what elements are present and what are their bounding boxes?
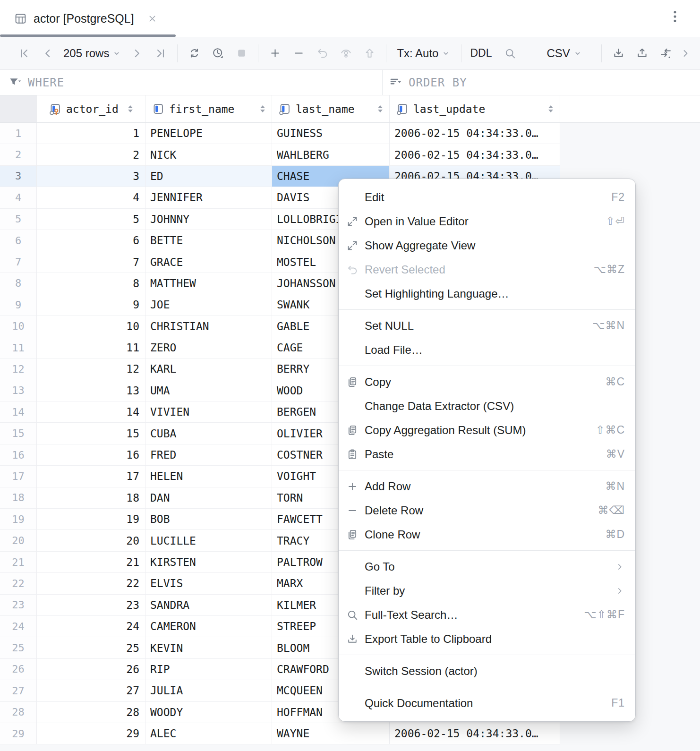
extractor-dropdown[interactable]: CSV <box>543 47 586 60</box>
sort-arrows-icon[interactable] <box>260 105 265 112</box>
cell-actor-id[interactable]: 5 <box>37 209 145 230</box>
cell-first-name[interactable]: FRED <box>145 444 272 466</box>
tab-actor-postgresql[interactable]: actor [PostgreSQL] <box>0 1 157 36</box>
order-by-filter-input[interactable]: ORDER BY <box>383 70 700 95</box>
cell-first-name[interactable]: JULIA <box>145 680 272 701</box>
ddl-button[interactable]: DDL <box>466 47 495 60</box>
cell-actor-id[interactable]: 10 <box>37 316 145 337</box>
cell-actor-id[interactable]: 29 <box>37 723 145 744</box>
compare-icon[interactable] <box>654 47 677 60</box>
where-filter-input[interactable]: WHERE <box>0 70 383 95</box>
cell-actor-id[interactable]: 7 <box>37 251 145 273</box>
cell-first-name[interactable]: CHRISTIAN <box>145 316 272 337</box>
cell-first-name[interactable]: HELEN <box>145 466 272 487</box>
cell-last-update[interactable]: 2006-02-15 04:34:33.0… <box>390 144 560 165</box>
menu-item-show-aggregate-view[interactable]: Show Aggregate View <box>339 233 635 257</box>
upload-icon[interactable] <box>630 47 654 60</box>
first-page-icon[interactable] <box>12 47 36 60</box>
cell-first-name[interactable]: RIP <box>145 659 272 680</box>
cell-first-name[interactable]: GRACE <box>145 251 272 273</box>
column-header-actor_id[interactable]: actor_id <box>37 95 145 122</box>
cell-first-name[interactable]: KEVIN <box>145 637 272 658</box>
cell-first-name[interactable]: WOODY <box>145 702 272 723</box>
cell-first-name[interactable]: PENELOPE <box>145 123 272 144</box>
cell-actor-id[interactable]: 25 <box>37 637 145 658</box>
download-icon[interactable] <box>606 47 630 60</box>
cell-first-name[interactable]: ALEC <box>145 723 272 744</box>
page-size-dropdown[interactable]: 205 rows <box>60 47 125 60</box>
cell-actor-id[interactable]: 28 <box>37 702 145 723</box>
previous-page-icon[interactable] <box>36 47 60 60</box>
cell-first-name[interactable]: MATTHEW <box>145 273 272 294</box>
column-header-last_update[interactable]: last_update <box>390 95 560 122</box>
cell-first-name[interactable]: CUBA <box>145 423 272 444</box>
menu-item-paste[interactable]: Paste⌘V <box>339 442 635 466</box>
refresh-icon[interactable] <box>182 47 206 60</box>
cell-first-name[interactable]: ELVIS <box>145 573 272 594</box>
cell-actor-id[interactable]: 20 <box>37 530 145 551</box>
cell-first-name[interactable]: LUCILLE <box>145 530 272 551</box>
last-page-icon[interactable] <box>149 47 172 60</box>
cell-first-name[interactable]: KIRSTEN <box>145 552 272 573</box>
cell-actor-id[interactable]: 3 <box>37 166 145 187</box>
menu-item-clone-row[interactable]: Clone Row⌘D <box>339 522 635 546</box>
cell-actor-id[interactable]: 15 <box>37 423 145 444</box>
cell-first-name[interactable]: BOB <box>145 509 272 530</box>
menu-item-add-row[interactable]: Add Row⌘N <box>339 474 635 498</box>
menu-item-open-in-value-editor[interactable]: Open in Value Editor⇧⏎ <box>339 209 635 233</box>
cell-actor-id[interactable]: 13 <box>37 380 145 401</box>
cell-first-name[interactable]: DAN <box>145 487 272 509</box>
cell-last-name[interactable]: WAYNE <box>272 723 390 744</box>
cell-actor-id[interactable]: 17 <box>37 466 145 487</box>
cell-actor-id[interactable]: 6 <box>37 230 145 251</box>
menu-item-delete-row[interactable]: Delete Row⌘⌫ <box>339 498 635 522</box>
search-icon[interactable] <box>498 47 522 60</box>
cell-actor-id[interactable]: 24 <box>37 616 145 637</box>
menu-item-full-text-search[interactable]: Full-Text Search…⌥⇧⌘F <box>339 603 635 627</box>
sort-arrows-icon[interactable] <box>548 105 553 112</box>
cell-actor-id[interactable]: 23 <box>37 595 145 616</box>
menu-item-set-highlighting-language[interactable]: Set Highlighting Language… <box>339 282 635 306</box>
cell-last-name[interactable]: WAHLBERG <box>272 144 390 165</box>
cell-first-name[interactable]: JENNIFER <box>145 187 272 208</box>
more-chevron-icon[interactable] <box>677 48 693 59</box>
cell-last-update[interactable]: 2006-02-15 04:34:33.0… <box>390 123 560 144</box>
cell-actor-id[interactable]: 12 <box>37 358 145 380</box>
cell-actor-id[interactable]: 14 <box>37 401 145 423</box>
cell-actor-id[interactable]: 22 <box>37 573 145 594</box>
tx-mode-dropdown[interactable]: Tx: Auto <box>393 47 454 60</box>
cell-actor-id[interactable]: 21 <box>37 552 145 573</box>
menu-item-edit[interactable]: EditF2 <box>339 185 635 209</box>
cell-first-name[interactable]: JOHNNY <box>145 209 272 230</box>
add-row-icon[interactable] <box>263 47 287 60</box>
cell-actor-id[interactable]: 16 <box>37 444 145 466</box>
menu-item-load-file[interactable]: Load File… <box>339 338 635 362</box>
cell-first-name[interactable]: ED <box>145 166 272 187</box>
cell-first-name[interactable]: SANDRA <box>145 595 272 616</box>
menu-item-change-data-extractor-csv[interactable]: Change Data Extractor (CSV) <box>339 394 635 418</box>
menu-item-copy[interactable]: Copy⌘C <box>339 370 635 394</box>
cell-actor-id[interactable]: 9 <box>37 294 145 316</box>
cell-actor-id[interactable]: 1 <box>37 123 145 144</box>
cell-actor-id[interactable]: 18 <box>37 487 145 509</box>
column-header-last_name[interactable]: last_name <box>272 95 390 122</box>
cell-actor-id[interactable]: 19 <box>37 509 145 530</box>
cell-last-update[interactable]: 2006-02-15 04:34:33.0… <box>390 723 560 744</box>
cell-actor-id[interactable]: 8 <box>37 273 145 294</box>
sort-arrows-icon[interactable] <box>128 105 133 112</box>
menu-item-switch-session-actor[interactable]: Switch Session (actor) <box>339 659 635 683</box>
schedule-clock-icon[interactable] <box>206 47 230 60</box>
cell-first-name[interactable]: UMA <box>145 380 272 401</box>
cell-first-name[interactable]: BETTE <box>145 230 272 251</box>
column-header-first_name[interactable]: first_name <box>145 95 272 122</box>
cell-first-name[interactable]: KARL <box>145 358 272 380</box>
cell-actor-id[interactable]: 11 <box>37 337 145 358</box>
cell-first-name[interactable]: ZERO <box>145 337 272 358</box>
menu-item-quick-documentation[interactable]: Quick DocumentationF1 <box>339 691 635 715</box>
menu-item-copy-aggregation-result-sum[interactable]: Copy Aggregation Result (SUM)⇧⌘C <box>339 418 635 442</box>
cell-actor-id[interactable]: 26 <box>37 659 145 680</box>
menu-item-filter-by[interactable]: Filter by <box>339 579 635 603</box>
next-page-icon[interactable] <box>125 47 149 60</box>
cell-actor-id[interactable]: 2 <box>37 144 145 165</box>
cell-actor-id[interactable]: 27 <box>37 680 145 701</box>
